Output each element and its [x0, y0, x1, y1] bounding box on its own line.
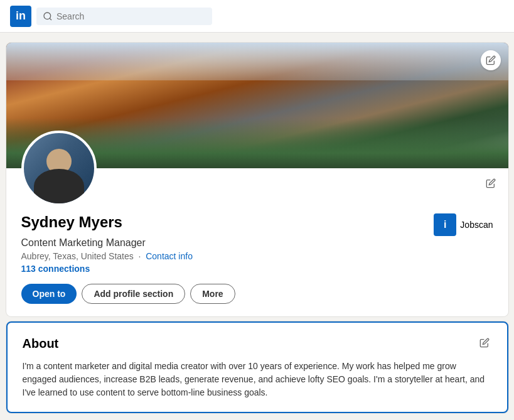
- about-title: About: [23, 337, 59, 351]
- profile-location: Aubrey, Texas, United States · Contact i…: [21, 251, 493, 261]
- search-bar[interactable]: [36, 8, 212, 25]
- edit-profile-button[interactable]: [483, 176, 498, 193]
- about-header: About: [23, 335, 492, 352]
- about-pencil-icon: [479, 338, 490, 348]
- add-profile-section-button[interactable]: Add profile section: [82, 284, 185, 304]
- linkedin-logo[interactable]: in: [10, 6, 31, 27]
- profile-info: Sydney Myers i Jobscan Content Marketing…: [6, 168, 508, 316]
- search-icon: [43, 11, 53, 21]
- navbar: in: [0, 0, 514, 33]
- pencil-icon: [486, 55, 496, 65]
- connections-link[interactable]: 113 connections: [21, 264, 493, 274]
- search-input[interactable]: [56, 11, 206, 21]
- svg-line-1: [50, 18, 51, 20]
- profile-name: Sydney Myers: [21, 213, 122, 231]
- avatar-wrapper: [21, 131, 97, 206]
- avatar: [21, 131, 97, 206]
- edit-cover-button[interactable]: [481, 50, 501, 70]
- about-text: I'm a content marketer and digital media…: [23, 360, 492, 399]
- profile-title: Content Marketing Manager: [21, 237, 493, 249]
- about-card: About I'm a content marketer and digital…: [6, 321, 508, 413]
- company-name: Jobscan: [460, 220, 493, 230]
- main-content: Sydney Myers i Jobscan Content Marketing…: [6, 33, 508, 420]
- location-text: Aubrey, Texas, United States: [21, 251, 134, 261]
- name-row: Sydney Myers i Jobscan: [21, 213, 493, 236]
- about-edit-button[interactable]: [477, 335, 492, 352]
- edit-pencil-icon: [486, 178, 496, 188]
- more-button[interactable]: More: [190, 284, 235, 304]
- svg-point-0: [44, 13, 51, 19]
- open-to-button[interactable]: Open to: [21, 284, 77, 304]
- contact-info-link[interactable]: Contact info: [146, 251, 193, 261]
- profile-card: Sydney Myers i Jobscan Content Marketing…: [6, 43, 508, 316]
- company-logo[interactable]: i: [434, 213, 456, 236]
- company-badge: i Jobscan: [434, 213, 493, 236]
- action-buttons: Open to Add profile section More: [21, 284, 493, 304]
